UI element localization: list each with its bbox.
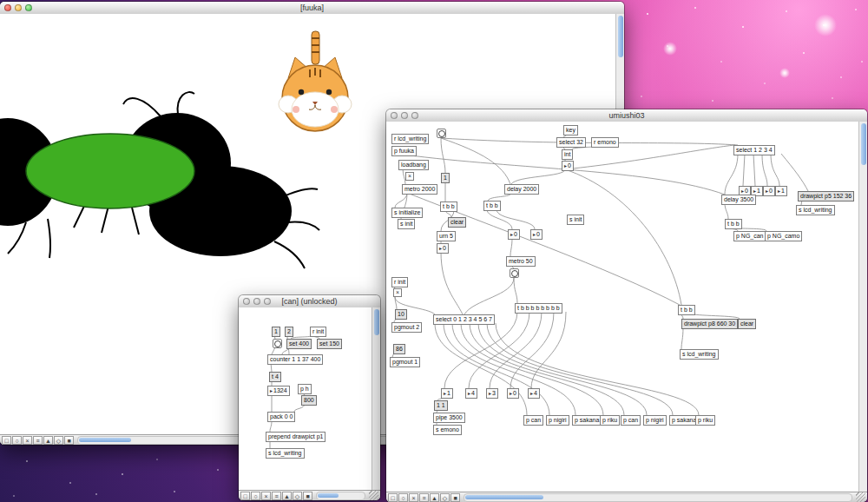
toggle-palette-icon[interactable]: × xyxy=(261,492,271,500)
message-box[interactable]: drawpict p5 152 36 xyxy=(798,191,854,201)
number-palette-icon[interactable]: ▲ xyxy=(43,436,53,445)
lock-icon[interactable]: □ xyxy=(240,492,250,500)
object-box[interactable]: p can xyxy=(621,415,641,426)
message-palette-icon[interactable]: ≡ xyxy=(33,436,43,445)
number-box[interactable]: 1324 xyxy=(267,386,290,396)
message-box[interactable]: 1 1 xyxy=(434,400,448,411)
object-box[interactable]: s lcd_writing xyxy=(266,448,305,459)
toggle-palette-icon[interactable]: × xyxy=(409,493,418,502)
object-box[interactable]: p NG_camo xyxy=(765,231,802,241)
slider-palette-icon[interactable]: ◇ xyxy=(440,493,450,502)
number-box[interactable]: 0 xyxy=(530,229,542,240)
object-box[interactable]: t b b xyxy=(725,219,742,229)
titlebar-can[interactable]: [can] (unlocked) xyxy=(239,295,380,308)
bang-button[interactable] xyxy=(273,339,282,348)
horizontal-scrollbar[interactable] xyxy=(316,492,365,500)
message-box[interactable]: 2 xyxy=(285,327,293,337)
object-box[interactable]: t b b b b b b b b xyxy=(515,303,562,314)
object-box[interactable]: prepend drawpict p1 xyxy=(266,432,326,442)
message-box[interactable]: clear xyxy=(448,217,466,228)
number-palette-icon[interactable]: ▲ xyxy=(282,492,292,500)
bang-palette-icon[interactable]: ○ xyxy=(12,436,22,445)
object-box[interactable]: select 32 xyxy=(556,137,586,148)
patcher-canvas-can[interactable]: 12r initset 400set 150counter 1 1 37 400… xyxy=(239,307,380,490)
object-box[interactable]: t b b xyxy=(678,305,695,315)
message-box[interactable]: 800 xyxy=(301,395,317,406)
number-box[interactable]: 0 xyxy=(508,229,520,240)
slider-palette-icon[interactable]: ◇ xyxy=(293,492,302,500)
titlebar-umiushi03[interactable]: umiushi03 xyxy=(386,109,867,122)
number-box[interactable]: 4 xyxy=(528,388,540,399)
message-palette-icon[interactable]: ≡ xyxy=(272,492,281,500)
object-box[interactable]: p riku xyxy=(695,415,715,426)
number-box[interactable]: 4 xyxy=(465,388,477,399)
minimize-button[interactable] xyxy=(401,112,408,119)
object-box[interactable]: p sakana xyxy=(572,415,602,426)
message-box[interactable]: t 4 xyxy=(269,372,281,382)
number-box[interactable]: 0 xyxy=(562,161,574,171)
object-box[interactable]: key xyxy=(563,125,578,135)
object-box[interactable]: loadbang xyxy=(398,160,429,170)
object-box[interactable]: r emono xyxy=(591,137,619,148)
object-box[interactable]: p h xyxy=(298,384,312,394)
message-box[interactable]: set 150 xyxy=(317,339,342,349)
close-button[interactable] xyxy=(391,112,398,119)
number-box[interactable]: 1 xyxy=(441,388,453,399)
message-box[interactable]: set 400 xyxy=(286,339,312,349)
number-box[interactable]: 0 xyxy=(507,388,519,399)
bang-palette-icon[interactable]: ○ xyxy=(398,493,408,502)
number-box[interactable]: 0 xyxy=(437,243,449,254)
vertical-scrollbar[interactable] xyxy=(858,122,867,492)
patcher-canvas-umiushi[interactable]: r lcd_writingp fuukaloadbang×metro 2000s… xyxy=(386,122,867,492)
resize-grip[interactable] xyxy=(369,491,378,500)
close-button[interactable] xyxy=(243,298,250,305)
object-box[interactable]: s initialize xyxy=(391,208,423,218)
number-box[interactable]: 3 xyxy=(486,388,498,399)
object-box[interactable]: pgmout 1 xyxy=(390,357,420,367)
object-palette-icon[interactable]: ■ xyxy=(450,493,460,502)
number-box[interactable]: 0 xyxy=(763,186,775,196)
bang-button[interactable] xyxy=(437,129,446,138)
object-box[interactable]: s init xyxy=(567,215,584,225)
number-box[interactable]: 1 xyxy=(775,186,787,196)
close-button[interactable] xyxy=(4,4,11,11)
minimize-button[interactable] xyxy=(253,298,260,305)
object-box[interactable]: pgmout 2 xyxy=(391,322,422,333)
object-box[interactable]: delay 3500 xyxy=(721,195,756,205)
object-box[interactable]: metro 2000 xyxy=(402,184,437,195)
zoom-button[interactable] xyxy=(264,298,271,305)
object-box[interactable]: metro 50 xyxy=(506,256,536,267)
object-box[interactable]: r init xyxy=(391,277,408,287)
object-box[interactable]: select 1 2 3 4 xyxy=(733,145,775,155)
object-palette-icon[interactable]: ■ xyxy=(64,436,74,445)
toggle-box[interactable]: × xyxy=(393,288,402,297)
toggle-box[interactable]: × xyxy=(405,172,414,181)
number-palette-icon[interactable]: ▲ xyxy=(430,493,439,502)
object-box[interactable]: p nigiri xyxy=(546,415,569,426)
titlebar-fuuka[interactable]: [fuuka] xyxy=(0,2,624,15)
object-box[interactable]: counter 1 1 37 400 xyxy=(267,354,323,365)
bang-button[interactable] xyxy=(510,268,519,278)
object-box[interactable]: s emono xyxy=(433,425,462,435)
message-box[interactable]: clear xyxy=(738,319,756,329)
message-box[interactable]: drawpict p8 660 30 xyxy=(681,319,738,329)
message-palette-icon[interactable]: ≡ xyxy=(419,493,429,502)
object-box[interactable]: p nigiri xyxy=(643,415,667,426)
object-box[interactable]: t b b xyxy=(483,201,501,211)
object-box[interactable]: pack 0 0 xyxy=(267,412,295,422)
toggle-palette-icon[interactable]: × xyxy=(23,436,32,445)
object-box[interactable]: delay 2000 xyxy=(504,184,539,195)
object-box[interactable]: p NG_can xyxy=(733,231,766,241)
object-box[interactable]: p can xyxy=(523,415,543,426)
object-box[interactable]: s lcd_writing xyxy=(680,349,719,360)
vertical-scrollbar[interactable] xyxy=(372,307,380,490)
message-box[interactable]: 1 xyxy=(272,327,280,337)
zoom-button[interactable] xyxy=(25,4,32,11)
lock-icon[interactable]: □ xyxy=(2,436,11,445)
resize-grip[interactable] xyxy=(856,492,865,502)
object-box[interactable]: s lcd_writing xyxy=(796,205,835,215)
object-box[interactable]: s init xyxy=(398,219,415,229)
message-box[interactable]: 10 xyxy=(395,309,407,320)
horizontal-scrollbar[interactable] xyxy=(464,493,852,502)
object-box[interactable]: urn 5 xyxy=(437,231,456,241)
